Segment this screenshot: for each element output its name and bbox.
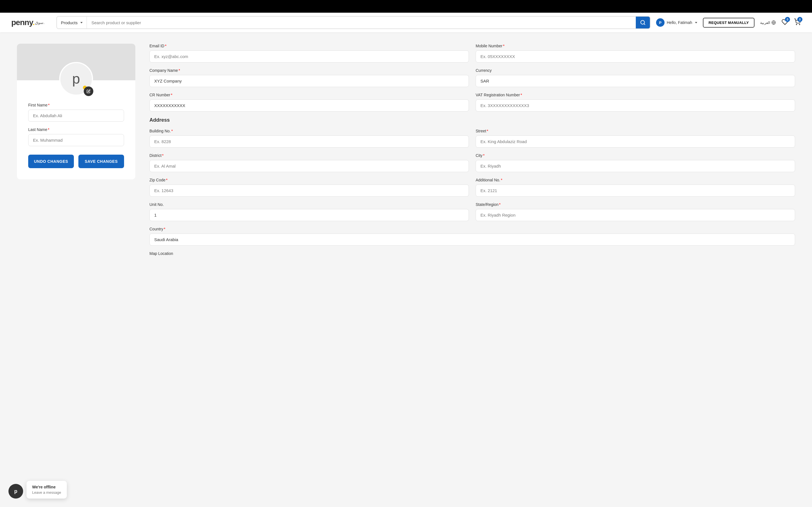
- country-input[interactable]: [149, 233, 795, 245]
- additional-input[interactable]: [476, 184, 795, 196]
- first-name-input[interactable]: [28, 110, 124, 122]
- cr-vat-row: CR Number* VAT Registration Number*: [149, 93, 795, 112]
- zip-input[interactable]: [149, 184, 469, 196]
- company-input[interactable]: [149, 75, 469, 87]
- cr-input[interactable]: [149, 100, 469, 112]
- header: penny. سوق. Products P Hello, Fatimah RE…: [0, 13, 812, 33]
- additional-label: Additional No.*: [476, 178, 795, 182]
- chat-bubble[interactable]: We're offline Leave a message: [27, 481, 67, 499]
- last-name-input[interactable]: [28, 134, 124, 146]
- first-name-group: First Name*: [28, 103, 124, 122]
- edit-avatar-button[interactable]: [84, 87, 93, 96]
- unit-label: Unit No.: [149, 202, 469, 207]
- pencil-icon: [87, 89, 91, 93]
- header-right: P Hello, Fatimah REQUEST MANUALLY العربي…: [656, 18, 801, 27]
- logo-text: penny.: [11, 18, 35, 27]
- save-changes-button[interactable]: SAVE CHANGES: [79, 155, 124, 168]
- logo-arabic: سوق.: [35, 20, 45, 25]
- additional-group: Additional No.*: [476, 178, 795, 196]
- user-info[interactable]: P Hello, Fatimah: [656, 18, 697, 27]
- avatar-wrapper: p: [59, 62, 93, 96]
- district-group: District*: [149, 153, 469, 172]
- currency-group: Currency: [476, 68, 795, 87]
- email-group: Email ID*: [149, 44, 469, 62]
- cr-label: CR Number*: [149, 93, 469, 97]
- globe-icon: [771, 20, 776, 25]
- email-mobile-row: Email ID* Mobile Number*: [149, 44, 795, 62]
- profile-card: p First Name*: [17, 44, 135, 179]
- city-group: City*: [476, 153, 795, 172]
- unit-input[interactable]: [149, 209, 469, 221]
- language-switcher[interactable]: العربية: [760, 20, 776, 25]
- map-label: Map Location: [149, 251, 795, 256]
- chat-message-text: Leave a message: [32, 490, 61, 495]
- undo-changes-button[interactable]: UNDO CHANGES: [28, 155, 74, 168]
- language-label: العربية: [760, 20, 770, 25]
- unit-state-row: Unit No. State/Region*: [149, 202, 795, 221]
- cr-group: CR Number*: [149, 93, 469, 112]
- building-input[interactable]: [149, 135, 469, 148]
- last-name-group: Last Name*: [28, 127, 124, 146]
- mobile-input[interactable]: [476, 50, 795, 62]
- building-label: Building No.*: [149, 129, 469, 133]
- currency-label: Currency: [476, 68, 795, 73]
- chat-widget: p We're offline Leave a message: [8, 481, 67, 499]
- cart-badge: 0: [797, 17, 802, 22]
- map-row: Map Location: [149, 251, 795, 258]
- street-label: Street*: [476, 129, 795, 133]
- currency-input[interactable]: [476, 75, 795, 87]
- address-section-title: Address: [149, 117, 795, 123]
- wishlist-button[interactable]: 0: [781, 18, 788, 26]
- cart-button[interactable]: 0: [794, 18, 801, 26]
- svg-line-1: [644, 24, 645, 25]
- email-input[interactable]: [149, 50, 469, 62]
- building-street-row: Building No.* Street*: [149, 129, 795, 148]
- city-label: City*: [476, 153, 795, 158]
- district-label: District*: [149, 153, 469, 158]
- search-category-label: Products: [61, 20, 78, 25]
- avatar-letter: p: [72, 71, 80, 87]
- main-content: p First Name*: [0, 33, 812, 507]
- building-group: Building No.*: [149, 129, 469, 148]
- search-input[interactable]: [87, 20, 636, 25]
- request-manually-button[interactable]: REQUEST MANUALLY: [703, 18, 755, 27]
- street-input[interactable]: [476, 135, 795, 148]
- country-label: Country*: [149, 227, 795, 231]
- chat-status-text: We're offline: [32, 485, 61, 489]
- first-name-label: First Name*: [28, 103, 124, 107]
- vat-input[interactable]: [476, 100, 795, 112]
- profile-banner: p: [17, 44, 135, 80]
- mobile-label: Mobile Number*: [476, 44, 795, 48]
- state-input[interactable]: [476, 209, 795, 221]
- chevron-down-icon: [695, 22, 697, 23]
- top-bar: [0, 0, 812, 13]
- unit-group: Unit No.: [149, 202, 469, 221]
- state-label: State/Region*: [476, 202, 795, 207]
- email-label: Email ID*: [149, 44, 469, 48]
- street-group: Street*: [476, 129, 795, 148]
- country-row: Country*: [149, 227, 795, 245]
- details-panel: Email ID* Mobile Number* Company Name* C…: [149, 44, 795, 496]
- zip-label: Zip Code*: [149, 178, 469, 182]
- chat-avatar[interactable]: p: [8, 484, 23, 499]
- company-currency-row: Company Name* Currency: [149, 68, 795, 87]
- mobile-group: Mobile Number*: [476, 44, 795, 62]
- city-input[interactable]: [476, 160, 795, 172]
- country-group: Country*: [149, 227, 795, 245]
- avatar: P: [656, 18, 665, 27]
- district-input[interactable]: [149, 160, 469, 172]
- chevron-down-icon: [80, 22, 83, 23]
- search-bar: Products: [56, 16, 651, 29]
- logo[interactable]: penny. سوق.: [11, 18, 51, 27]
- last-name-label: Last Name*: [28, 127, 124, 132]
- search-category-dropdown[interactable]: Products: [57, 17, 87, 29]
- svg-point-4: [796, 24, 797, 25]
- wishlist-badge: 0: [785, 17, 790, 22]
- search-button[interactable]: [636, 17, 650, 29]
- state-group: State/Region*: [476, 202, 795, 221]
- vat-label: VAT Registration Number*: [476, 93, 795, 97]
- vat-group: VAT Registration Number*: [476, 93, 795, 112]
- zip-group: Zip Code*: [149, 178, 469, 196]
- profile-avatar: p: [59, 62, 93, 96]
- district-city-row: District* City*: [149, 153, 795, 172]
